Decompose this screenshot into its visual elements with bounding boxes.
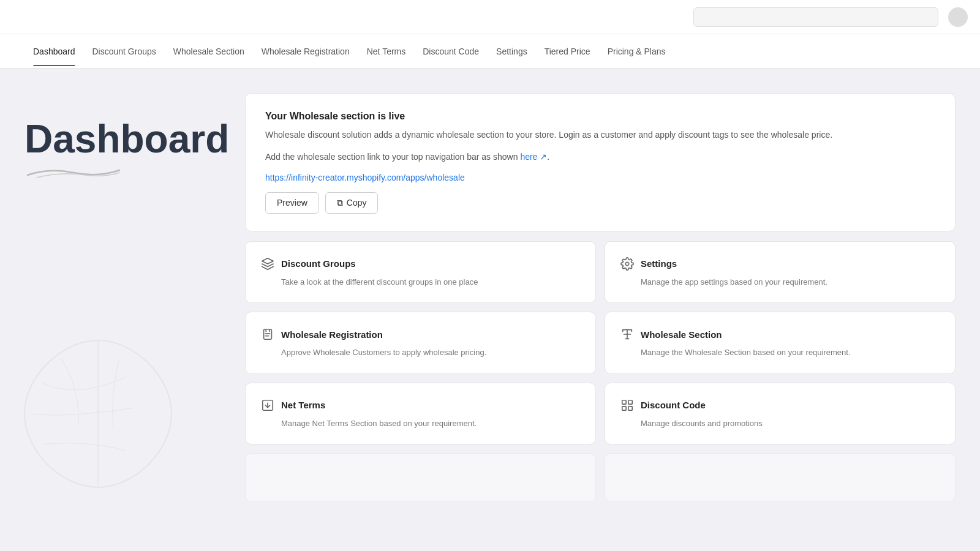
svg-rect-15	[628, 407, 632, 410]
right-panel: Your Wholesale section is live Wholesale…	[245, 93, 956, 527]
card-title-wholesale-registration: Wholesale Registration	[281, 329, 383, 340]
card-desc-net-terms: Manage Net Terms Section based on your r…	[260, 418, 581, 430]
card-title-settings: Settings	[641, 258, 677, 269]
card-discount-code[interactable]: Discount Code Manage discounts and promo…	[605, 383, 956, 445]
wholesale-url-link[interactable]: https://infinity-creator.myshopify.com/a…	[265, 173, 935, 182]
copy-icon: ⧉	[337, 198, 343, 208]
download-icon	[260, 398, 275, 413]
nav-item-tiered-price[interactable]: Tiered Price	[536, 37, 599, 66]
svg-rect-13	[628, 400, 632, 404]
card-title-discount-groups: Discount Groups	[281, 258, 356, 269]
svg-rect-14	[622, 407, 626, 410]
card-desc-discount-groups: Take a look at the different discount gr…	[260, 276, 581, 288]
nav-item-discount-code[interactable]: Discount Code	[414, 37, 488, 66]
card-settings[interactable]: Settings Manage the app settings based o…	[605, 241, 956, 304]
cards-grid: Discount Groups Take a look at the diffe…	[245, 241, 956, 503]
leaf-decoration	[12, 328, 184, 502]
nav-item-pricing-plans[interactable]: Pricing & Plans	[599, 37, 674, 66]
card-net-terms[interactable]: Net Terms Manage Net Terms Section based…	[245, 383, 596, 445]
card-desc-settings: Manage the app settings based on your re…	[620, 276, 940, 288]
live-banner-heading: Your Wholesale section is live	[265, 111, 935, 122]
page-title: Dashboard	[24, 118, 221, 160]
top-bar	[0, 0, 980, 34]
card-title-net-terms: Net Terms	[281, 400, 325, 410]
avatar	[948, 7, 968, 27]
card-desc-discount-code: Manage discounts and promotions	[620, 418, 940, 430]
text-icon	[620, 327, 635, 342]
svg-rect-12	[622, 400, 626, 404]
card-placeholder-2[interactable]	[605, 453, 956, 502]
layers-icon	[260, 257, 275, 271]
card-title-wholesale-section: Wholesale Section	[641, 329, 722, 340]
card-desc-wholesale-section: Manage the Wholesale Section based on yo…	[620, 347, 940, 359]
nav-bar: Dashboard Discount Groups Wholesale Sect…	[0, 34, 980, 69]
card-wholesale-section[interactable]: Wholesale Section Manage the Wholesale S…	[605, 312, 956, 374]
card-placeholder-1[interactable]	[245, 453, 596, 502]
clipboard-icon	[260, 327, 275, 342]
gear-icon	[620, 257, 635, 271]
nav-item-wholesale-registration[interactable]: Wholesale Registration	[253, 37, 358, 66]
left-panel: Dashboard	[24, 93, 221, 527]
card-desc-wholesale-registration: Approve Wholesale Customers to apply who…	[260, 347, 581, 359]
title-decoration	[24, 165, 123, 182]
nav-item-settings[interactable]: Settings	[488, 37, 536, 66]
card-title-discount-code: Discount Code	[641, 400, 706, 410]
nav-item-discount-groups[interactable]: Discount Groups	[84, 37, 165, 66]
live-banner: Your Wholesale section is live Wholesale…	[245, 93, 956, 231]
live-banner-description: Wholesale discount solution adds a dynam…	[265, 128, 935, 141]
live-link-label: Add the wholesale section link to your t…	[265, 150, 935, 163]
copy-button[interactable]: ⧉ Copy	[325, 192, 379, 214]
search-input[interactable]	[693, 7, 938, 27]
action-buttons: Preview ⧉ Copy	[265, 192, 935, 214]
here-link[interactable]: here ↗	[520, 152, 547, 162]
card-wholesale-registration[interactable]: Wholesale Registration Approve Wholesale…	[245, 312, 596, 374]
main-layout: Dashboard Your Wholesale section is li	[0, 69, 980, 551]
card-discount-groups[interactable]: Discount Groups Take a look at the diffe…	[245, 241, 596, 304]
nav-item-net-terms[interactable]: Net Terms	[358, 37, 415, 66]
svg-point-1	[625, 262, 629, 266]
svg-marker-0	[262, 258, 273, 264]
nav-item-dashboard[interactable]: Dashboard	[24, 37, 84, 66]
svg-rect-2	[264, 329, 272, 340]
nav-item-wholesale-section[interactable]: Wholesale Section	[165, 37, 253, 66]
preview-button[interactable]: Preview	[265, 192, 319, 214]
grid-icon	[620, 398, 635, 413]
